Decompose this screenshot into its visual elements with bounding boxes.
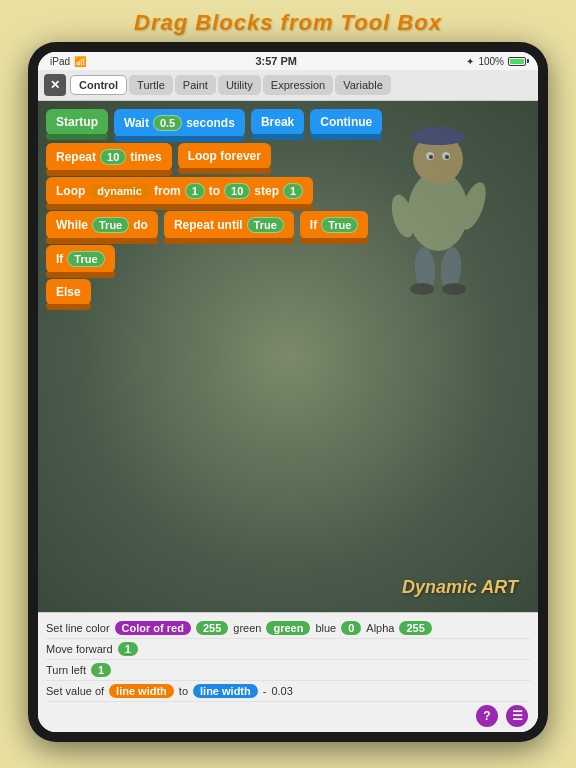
to-label: to [179, 685, 188, 697]
battery-icon [508, 57, 526, 66]
bottom-icons-row: ? ☰ [46, 702, 530, 727]
block-row-2: Repeat 10 times Loop forever [46, 143, 538, 171]
while-true-block[interactable]: While True do [46, 211, 158, 239]
red-value-badge[interactable]: 255 [196, 621, 228, 635]
set-line-color-row: Set line color Color of red 255 green gr… [46, 618, 530, 639]
blue-value-badge[interactable]: 0 [341, 621, 361, 635]
move-forward-row: Move forward 1 [46, 639, 530, 660]
if-true-block[interactable]: If True [300, 211, 369, 239]
block-row-4: While True do Repeat until True If True [46, 211, 538, 239]
wifi-icon: 📶 [74, 56, 86, 67]
green-label: green [233, 622, 261, 634]
repeat-until-block[interactable]: Repeat until True [164, 211, 294, 239]
question-icon[interactable]: ? [476, 705, 498, 727]
minus-label: - [263, 685, 267, 697]
if-block[interactable]: If True [46, 245, 115, 273]
set-line-color-label: Set line color [46, 622, 110, 634]
page-title: Drag Blocks from Tool Box [0, 0, 576, 42]
repeat-times-block[interactable]: Repeat 10 times [46, 143, 172, 171]
to-value[interactable]: 10 [224, 183, 250, 199]
tab-bar: Control Turtle Paint Utility Expression … [70, 75, 532, 95]
bluetooth-icon: ✦ [466, 56, 474, 67]
set-value-row: Set value of line width to line width - … [46, 681, 530, 702]
step-value[interactable]: 1 [283, 183, 303, 199]
repeat-until-value[interactable]: True [247, 217, 284, 233]
line-width-badge[interactable]: line width [109, 684, 174, 698]
tab-control[interactable]: Control [70, 75, 127, 95]
block-row-1: Startup Wait 0.5 seconds Break Continue [46, 109, 538, 137]
tab-paint[interactable]: Paint [175, 75, 216, 95]
else-block[interactable]: Else [46, 279, 91, 305]
break-block[interactable]: Break [251, 109, 304, 135]
dynamic-art-label: Dynamic ART [402, 577, 518, 598]
turn-left-row: Turn left 1 [46, 660, 530, 681]
turn-value-badge[interactable]: 1 [91, 663, 111, 677]
line-width-2-badge[interactable]: line width [193, 684, 258, 698]
repeat-value[interactable]: 10 [100, 149, 126, 165]
turn-left-label: Turn left [46, 664, 86, 676]
dynamic-value[interactable]: dynamic [89, 184, 150, 198]
tab-expression[interactable]: Expression [263, 75, 333, 95]
continue-block[interactable]: Continue [310, 109, 382, 135]
alpha-label: Alpha [366, 622, 394, 634]
status-bar: iPad 📶 3:57 PM ✦ 100% [38, 52, 538, 70]
block-row-3: Loop dynamic from 1 to 10 step 1 [46, 177, 538, 205]
set-value-label: Set value of [46, 685, 104, 697]
canvas-area: Dynamic ART Startup Wait 0.5 seconds Bre… [38, 101, 538, 612]
clock: 3:57 PM [255, 55, 297, 67]
wait-block[interactable]: Wait 0.5 seconds [114, 109, 245, 137]
while-value[interactable]: True [92, 217, 129, 233]
bottom-panel: Set line color Color of red 255 green gr… [38, 612, 538, 732]
move-forward-label: Move forward [46, 643, 113, 655]
wait-value[interactable]: 0.5 [153, 115, 182, 131]
if2-value[interactable]: True [67, 251, 104, 267]
if-value[interactable]: True [321, 217, 358, 233]
color-of-red-badge[interactable]: Color of red [115, 621, 191, 635]
list-icon[interactable]: ☰ [506, 705, 528, 727]
toolbar: ✕ Control Turtle Paint Utility Expressio… [38, 70, 538, 101]
move-value-badge[interactable]: 1 [118, 642, 138, 656]
loop-forever-block[interactable]: Loop forever [178, 143, 271, 169]
from-value[interactable]: 1 [185, 183, 205, 199]
value-003: 0.03 [271, 685, 292, 697]
tab-utility[interactable]: Utility [218, 75, 261, 95]
tab-turtle[interactable]: Turtle [129, 75, 173, 95]
battery-label: 100% [478, 56, 504, 67]
blue-label: blue [315, 622, 336, 634]
green-value-badge[interactable]: green [266, 621, 310, 635]
loop-dynamic-block[interactable]: Loop dynamic from 1 to 10 step 1 [46, 177, 313, 205]
close-button[interactable]: ✕ [44, 74, 66, 96]
device-screen: iPad 📶 3:57 PM ✦ 100% ✕ Control Turtle P… [38, 52, 538, 732]
startup-block[interactable]: Startup [46, 109, 108, 135]
block-row-6: Else [46, 279, 538, 305]
alpha-value-badge[interactable]: 255 [399, 621, 431, 635]
tab-variable[interactable]: Variable [335, 75, 391, 95]
block-row-5: If True [46, 245, 538, 273]
device-model: iPad [50, 56, 70, 67]
device-frame: iPad 📶 3:57 PM ✦ 100% ✕ Control Turtle P… [28, 42, 548, 742]
